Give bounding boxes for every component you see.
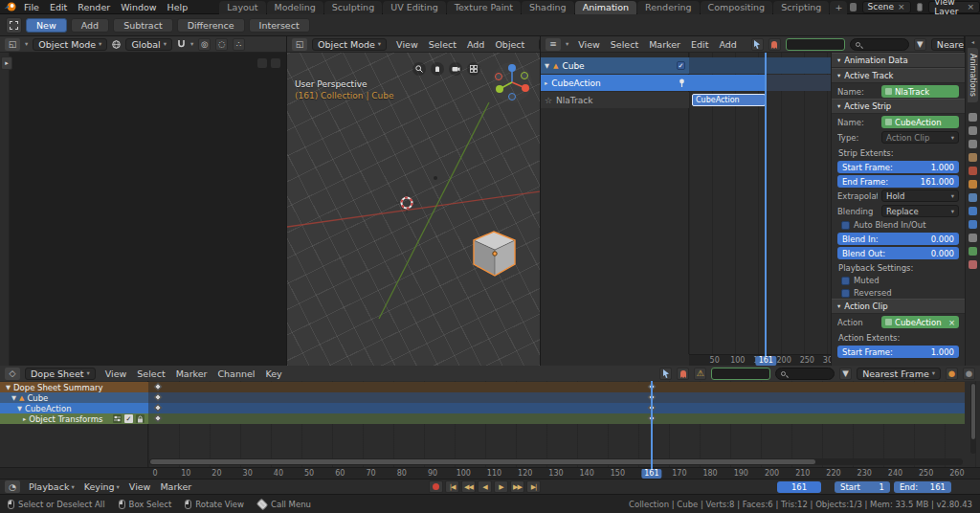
menu-keying[interactable]: Keying▾: [79, 481, 124, 492]
properties-tab-modifiers-icon[interactable]: [969, 193, 977, 202]
channel-row-object-transforms[interactable]: ▸ Object Transforms ✓: [0, 413, 965, 424]
properties-tab-output-icon[interactable]: [969, 126, 977, 135]
scrollbar-thumb[interactable]: [971, 384, 975, 439]
nla-playhead[interactable]: [765, 53, 767, 366]
track-name-field[interactable]: NlaTrack: [881, 85, 959, 98]
view-layer-selector[interactable]: View Layer ×: [928, 1, 980, 13]
menu-view[interactable]: View: [391, 39, 423, 50]
editor-type-icon[interactable]: ◱: [5, 38, 20, 51]
orientation-dropdown[interactable]: Global▾: [125, 38, 172, 51]
proportional-edit-icon[interactable]: ◎: [198, 38, 211, 51]
nla-track-cubeaction[interactable]: ▸ CubeAction: [541, 75, 689, 91]
muted-checkbox[interactable]: [841, 277, 850, 285]
nla-track-nlatrack[interactable]: ☆ NlaTrack: [541, 92, 689, 108]
blender-logo-icon[interactable]: [4, 1, 17, 12]
properties-tab-object-data-icon[interactable]: [969, 247, 977, 256]
menu-key[interactable]: Key: [260, 368, 286, 379]
star-icon[interactable]: ☆: [545, 96, 552, 105]
properties-tab-physics-icon[interactable]: [969, 220, 977, 229]
strip-name-field[interactable]: CubeAction: [881, 116, 959, 128]
viewport-canvas[interactable]: User Perspective (161) Collection | Cube: [287, 53, 540, 366]
mode-dropdown[interactable]: Object Mode▾: [33, 38, 107, 51]
snapping-options-icon[interactable]: ∴: [233, 38, 245, 51]
select-mode-new-button[interactable]: New: [26, 18, 67, 33]
reversed-checkbox[interactable]: [841, 289, 850, 298]
properties-tab-object-icon[interactable]: [969, 180, 977, 189]
menu-marker[interactable]: Marker: [171, 368, 212, 379]
channel-row-cubeaction[interactable]: ▼ CubeAction: [0, 403, 965, 413]
expand-caret-icon[interactable]: ▼: [6, 384, 11, 391]
workspace-tab-compositing[interactable]: Compositing: [701, 1, 773, 14]
lock-icon[interactable]: [136, 414, 145, 423]
channel-enable-checkbox[interactable]: ✓: [124, 414, 133, 423]
play-button[interactable]: ▶: [494, 480, 508, 493]
select-mode-add-button[interactable]: Add: [71, 18, 109, 33]
workspace-tab-uv-editing[interactable]: UV Editing: [383, 1, 446, 14]
nla-strip-area[interactable]: CubeAction: [689, 53, 831, 354]
workspace-tab-texture-paint[interactable]: Texture Paint: [447, 1, 521, 14]
channel-filter-field[interactable]: [786, 38, 845, 51]
properties-tab-material-icon[interactable]: [969, 260, 977, 269]
jump-to-start-button[interactable]: |◀: [445, 480, 459, 493]
menu-select[interactable]: Select: [424, 39, 461, 50]
blending-dropdown[interactable]: Replace▾: [881, 205, 959, 217]
perspective-toggle-icon[interactable]: [467, 62, 480, 76]
move-view-hand-icon[interactable]: [431, 62, 444, 76]
play-reverse-button[interactable]: ◀: [478, 480, 492, 493]
filter-selected-icon[interactable]: [659, 368, 672, 380]
snap-magnet-icon[interactable]: [177, 39, 186, 49]
menu-view[interactable]: View: [573, 39, 605, 50]
filter-errors-icon[interactable]: ⚠: [694, 368, 706, 380]
orientation-dropdown[interactable]: Global▾: [539, 38, 540, 51]
mode-dropdown[interactable]: Object Mode▾: [312, 38, 387, 51]
action-field[interactable]: CubeAction×: [881, 316, 959, 328]
select-mode-intersect-button[interactable]: Intersect: [249, 18, 310, 33]
navigation-gizmo[interactable]: [490, 60, 534, 104]
current-frame-badge[interactable]: 161: [756, 356, 776, 366]
unlink-view-layer-icon[interactable]: ×: [967, 2, 974, 11]
menu-marker[interactable]: Marker: [155, 481, 196, 492]
panel-active-strip[interactable]: ▾Active Strip: [832, 99, 965, 114]
filter-selected-icon[interactable]: [751, 38, 764, 51]
editor-type-icon[interactable]: ◔: [5, 480, 20, 493]
blend-in-slider[interactable]: Blend In: 0.000: [837, 233, 959, 245]
track-enable-checkbox[interactable]: ✓: [677, 61, 685, 70]
channel-filter-field[interactable]: [711, 368, 770, 380]
dope-playhead[interactable]: [651, 381, 653, 479]
workspace-tab-rendering[interactable]: Rendering: [637, 1, 700, 14]
proportional-edit-icon[interactable]: ●: [946, 368, 958, 380]
blend-out-slider[interactable]: Blend Out: 0.000: [837, 247, 959, 259]
unlink-action-icon[interactable]: ×: [948, 318, 955, 327]
properties-tab-view-layer-icon[interactable]: [969, 140, 977, 148]
menu-object[interactable]: Object: [490, 39, 529, 50]
filter-funnel-icon[interactable]: ▼: [914, 38, 926, 51]
panel-active-track[interactable]: ▾Active Track: [832, 68, 965, 83]
filter-hidden-icon[interactable]: [677, 368, 689, 380]
channel-row-cube[interactable]: ▼ ▲ Cube: [0, 392, 965, 403]
filter-hidden-icon[interactable]: [768, 38, 781, 51]
editor-type-icon[interactable]: ◇: [5, 368, 20, 380]
scrollbar-thumb[interactable]: [150, 459, 815, 464]
viewport-secondary-canvas[interactable]: ▸: [0, 53, 286, 366]
menu-edit[interactable]: Edit: [686, 39, 713, 50]
search-input[interactable]: [775, 368, 835, 380]
menu-help[interactable]: Help: [163, 2, 193, 12]
panel-action-clip[interactable]: ▾Action Clip: [832, 299, 965, 314]
workspace-tab-scripting[interactable]: Scripting: [773, 1, 829, 14]
menu-window[interactable]: Window: [116, 2, 161, 12]
nla-strip-row-nlatrack[interactable]: CubeAction: [689, 92, 831, 108]
zoom-icon[interactable]: [412, 62, 426, 76]
current-frame-field[interactable]: 161: [777, 481, 821, 493]
action-strip[interactable]: CubeAction: [692, 94, 766, 106]
expand-caret-icon[interactable]: ▼: [11, 394, 16, 402]
select-mode-difference-button[interactable]: Difference: [177, 18, 245, 33]
editor-type-icon[interactable]: ◱: [292, 38, 307, 51]
search-input[interactable]: [850, 38, 909, 51]
properties-tab-particles-icon[interactable]: [969, 207, 977, 215]
dope-time-ruler[interactable]: 0102030405060708090100110120130140150160…: [0, 467, 980, 479]
auto-blend-checkbox[interactable]: [841, 221, 850, 230]
expand-caret-icon[interactable]: ▼: [545, 62, 549, 70]
properties-tab-constraints-icon[interactable]: [969, 234, 977, 242]
expand-caret-icon[interactable]: ▸: [23, 415, 26, 423]
next-keyframe-button[interactable]: ▶▶: [510, 480, 524, 493]
